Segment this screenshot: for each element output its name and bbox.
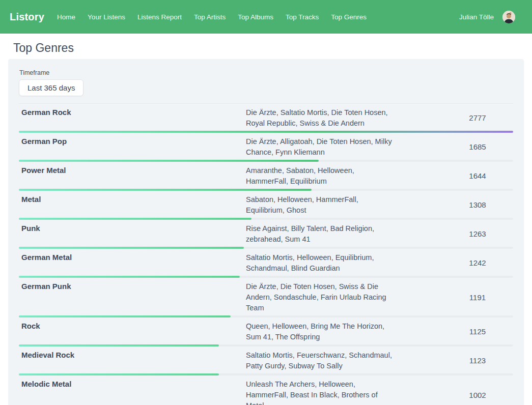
nav-item-top-albums[interactable]: Top Albums <box>238 13 273 21</box>
genre-name: Metal <box>19 194 246 204</box>
genre-row: German Rock Die Ärzte, Saltatio Mortis, … <box>19 104 513 133</box>
genre-row: German Pop Die Ärzte, Alligatoah, Die To… <box>19 133 513 162</box>
nav-item-your-listens[interactable]: Your Listens <box>88 13 125 21</box>
genre-count: 1685 <box>442 142 513 151</box>
genre-artists: Sabaton, Helloween, HammerFall, Equilibr… <box>246 194 442 216</box>
genre-artists: Die Ärzte, Saltatio Mortis, Die Toten Ho… <box>246 107 442 129</box>
genre-row: German Metal Saltatio Mortis, Helloween,… <box>19 249 513 278</box>
timeframe-filter: Timeframe Last 365 days <box>19 69 513 96</box>
genre-row: Metal Sabaton, Helloween, HammerFall, Eq… <box>19 191 513 220</box>
user-name[interactable]: Julian Tölle <box>459 13 494 21</box>
genre-artists: Amaranthe, Sabaton, Helloween, HammerFal… <box>246 165 442 187</box>
genre-row: Melodic Metal Unleash The Archers, Hello… <box>19 375 513 405</box>
genre-row: Power Metal Amaranthe, Sabaton, Hellowee… <box>19 162 513 191</box>
genre-list: German Rock Die Ärzte, Saltatio Mortis, … <box>19 103 513 405</box>
main-content: Top Genres Timeframe Last 365 days Germa… <box>0 41 532 405</box>
genre-name: Punk <box>19 223 246 233</box>
genre-artists: Die Ärzte, Alligatoah, Die Toten Hosen, … <box>246 136 442 158</box>
genre-count: 1263 <box>442 229 513 238</box>
nav-item-home[interactable]: Home <box>57 13 75 21</box>
brand-logo[interactable]: Listory <box>10 11 44 23</box>
genre-name: Rock <box>19 321 246 330</box>
genre-count: 1308 <box>442 200 513 209</box>
genre-artists: Die Ärzte, Die Toten Hosen, Swiss & Die … <box>246 281 442 313</box>
nav-item-listens-report[interactable]: Listens Report <box>137 13 182 21</box>
genre-name: Melodic Metal <box>19 379 246 388</box>
timeframe-select[interactable]: Last 365 days <box>19 79 83 96</box>
nav-item-top-genres[interactable]: Top Genres <box>331 13 367 21</box>
genre-count: 1242 <box>442 258 513 267</box>
genre-name: Medieval Rock <box>19 350 246 359</box>
genre-name: German Punk <box>19 281 246 291</box>
genre-row: German Punk Die Ärzte, Die Toten Hosen, … <box>19 278 513 317</box>
page-title: Top Genres <box>13 41 519 55</box>
nav-item-top-tracks[interactable]: Top Tracks <box>286 13 319 21</box>
main-nav: Home Your Listens Listens Report Top Art… <box>57 13 367 21</box>
genre-count: 1125 <box>442 327 513 336</box>
genre-artists: Saltatio Mortis, Helloween, Equilibrium,… <box>246 252 442 274</box>
timeframe-label: Timeframe <box>19 69 513 76</box>
genre-count: 2777 <box>442 113 513 122</box>
genre-row: Medieval Rock Saltatio Mortis, Feuerschw… <box>19 346 513 375</box>
genre-artists: Queen, Helloween, Bring Me The Horizon, … <box>246 321 442 342</box>
genre-name: German Metal <box>19 252 246 262</box>
genre-name: German Pop <box>19 136 246 146</box>
nav-item-top-artists[interactable]: Top Artists <box>194 13 226 21</box>
genre-artists: Rise Against, Billy Talent, Bad Religion… <box>246 223 442 245</box>
genre-count: 1191 <box>442 293 513 302</box>
genre-count: 1644 <box>442 171 513 180</box>
genre-row: Punk Rise Against, Billy Talent, Bad Rel… <box>19 220 513 249</box>
user-avatar[interactable] <box>502 11 515 23</box>
genre-name: German Rock <box>19 107 246 117</box>
genre-row: Rock Queen, Helloween, Bring Me The Hori… <box>19 317 513 346</box>
avatar-image <box>502 11 515 23</box>
top-genres-card: Timeframe Last 365 days German Rock Die … <box>8 59 524 405</box>
genre-count: 1123 <box>442 356 513 365</box>
genre-artists: Saltatio Mortis, Feuerschwanz, Schandmau… <box>246 350 442 371</box>
genre-name: Power Metal <box>19 165 246 175</box>
genre-artists: Unleash The Archers, Helloween, HammerFa… <box>246 379 442 405</box>
genre-count: 1002 <box>442 391 513 399</box>
app-header: Listory Home Your Listens Listens Report… <box>0 0 532 34</box>
